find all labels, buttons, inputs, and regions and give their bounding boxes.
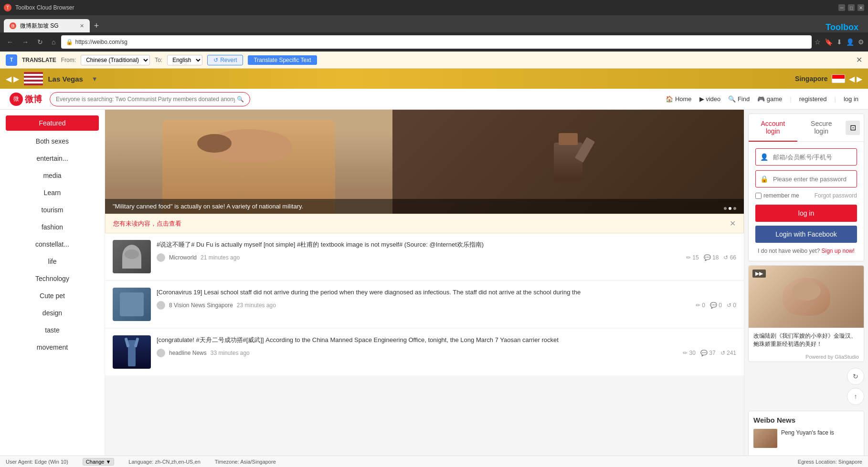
login-button[interactable]: log in [755,205,857,222]
post-comment-2[interactable]: 💬 0 [710,302,722,309]
notification-bar[interactable]: 您有未读内容，点击查看 ✕ [105,214,744,233]
bookmark-icon[interactable]: 🔖 [825,38,833,46]
post-retweet-1[interactable]: ↺ 66 [723,254,736,261]
nav-login[interactable]: log in [844,95,858,103]
author-icon-1 [157,253,165,262]
sidebar-item-life[interactable]: life [0,253,105,270]
nav-game[interactable]: 🎮 game [757,95,782,103]
sidebar-item-tourism[interactable]: tourism [0,201,105,218]
dot-3[interactable] [733,207,736,210]
active-tab[interactable]: 微 微博新加坡 SG ✕ [4,19,90,32]
sidebar-item-both-sexes[interactable]: Both sexes [0,133,105,150]
post-author-3[interactable]: headline News [169,350,207,356]
to-language-select[interactable]: English [167,55,202,65]
tab-bar: 微 微博新加坡 SG ✕ + Toolbox [0,15,868,32]
remember-me-label[interactable]: remember me [755,192,799,199]
download-icon[interactable]: ⬇ [836,38,842,46]
banner-left-arrows[interactable]: ◀ ▶ [6,74,19,83]
refresh-button[interactable]: ↻ [34,36,46,48]
revert-button[interactable]: ↺ Revert [207,55,243,65]
post-author-2[interactable]: 8 Vision News Singapore [169,302,233,309]
forward-button[interactable]: → [19,36,32,48]
video-thumbnail[interactable]: ▶▶ [749,266,864,328]
post-comment-3[interactable]: 💬 37 [700,350,716,356]
window-controls: ─ □ ✕ [838,4,864,11]
sidebar-item-featured[interactable]: Featured [6,115,99,131]
search-icon[interactable]: 🔍 [237,96,244,103]
url-display[interactable]: https://weibo.com/sg [75,39,127,45]
sidebar-item-constellation[interactable]: constellat... [0,236,105,253]
post-edit-1[interactable]: ✏ 15 [686,254,699,261]
username-input-group: 👤 [755,148,857,166]
forgot-password-link[interactable]: Forgot password [815,192,857,199]
scroll-top-button[interactable]: ↑ [847,388,864,405]
weibo-search-input[interactable] [56,96,235,103]
back-button[interactable]: ← [4,36,16,48]
sidebar-item-taste[interactable]: taste [0,322,105,339]
password-input[interactable] [755,170,857,187]
username-input[interactable] [755,148,857,166]
change-user-agent-button[interactable]: Change ▼ [83,458,114,466]
refresh-panel-button[interactable]: ↻ [847,368,864,385]
sidebar-item-technology[interactable]: Technology [0,270,105,287]
hero-caption: "Military canned food" is actually on sa… [105,199,744,214]
profile-icon[interactable]: 👤 [846,38,854,46]
sidebar-item-entertainment[interactable]: entertain... [0,150,105,167]
from-language-select[interactable]: Chinese (Traditional) [81,55,150,65]
nav-find[interactable]: 🔍 Find [728,95,750,103]
post-retweet-2[interactable]: ↺ 0 [727,302,736,309]
nav-home[interactable]: 🏠 Home [666,95,691,103]
nav-register[interactable]: registered [799,95,827,103]
translate-icon: T [6,54,17,66]
minimize-button[interactable]: ─ [838,4,845,11]
post-retweet-3[interactable]: ↺ 241 [720,350,736,356]
password-input-group: 🔒 [755,170,857,187]
translate-label: TRANSLATE [22,57,56,63]
translate-specific-button[interactable]: Translate Specific Text [248,55,317,65]
qr-code-icon[interactable]: ⊡ [846,121,860,135]
post-author-1[interactable]: Microworld [169,254,197,261]
weibo-logo-icon: 微 [10,93,23,106]
tab-account-login[interactable]: Account login [749,114,797,142]
post-comment-1[interactable]: 💬 18 [704,254,719,261]
home-button[interactable]: ⌂ [49,36,58,48]
notification-close-button[interactable]: ✕ [730,219,736,228]
tab-close-button[interactable]: ✕ [80,23,84,29]
sidebar-item-media[interactable]: media [0,167,105,184]
remember-me-checkbox[interactable] [755,193,762,199]
location-dropdown-icon[interactable]: ▼ [92,75,98,83]
dot-1[interactable] [724,207,727,210]
login-box: Account login Secure login ⊡ 👤 � [748,114,864,261]
bookmark-star-icon[interactable]: ☆ [815,38,821,46]
new-tab-button[interactable]: + [90,19,103,32]
hero-food-image [392,110,744,214]
tab-secure-login[interactable]: Secure login [797,114,846,141]
post-item-3: [congratulate! #天舟二号成功搭#[威武]] According … [105,329,744,375]
maximize-button[interactable]: □ [848,4,855,11]
author-icon-3 [157,349,165,357]
translate-close-button[interactable]: ✕ [856,55,862,64]
sidebar-item-design[interactable]: design [0,304,105,322]
dot-2[interactable] [729,207,731,210]
us-flag-icon [24,72,43,85]
post-actions-3: ✏ 30 💬 37 ↺ 241 [683,350,736,356]
extensions-icon[interactable]: ⚙ [858,38,864,46]
close-button[interactable]: ✕ [857,4,864,11]
sidebar-item-fashion[interactable]: fashion [0,218,105,236]
right-panel: Account login Secure login ⊡ 👤 � [744,110,868,456]
news-item-1[interactable]: Peng Yuyan's face is [753,429,859,448]
sidebar-item-learn[interactable]: Learn [0,184,105,201]
sidebar-item-cute-pet[interactable]: Cute pet [0,287,105,304]
nav-video[interactable]: ▶ video [699,95,721,103]
hero-image-container[interactable]: "Military canned food" is actually on sa… [105,110,744,214]
post-edit-2[interactable]: ✏ 0 [696,302,705,309]
sidebar-item-movement[interactable]: movement [0,339,105,356]
toolbox-brand: Toolbox [826,22,864,32]
signup-link[interactable]: Sign up now! [822,248,855,254]
post-item-1: #说这不睡了# Du Fu is actually myself [not si… [105,233,744,280]
post-edit-3[interactable]: ✏ 30 [683,350,696,356]
banner-right-arrows[interactable]: ◀ ▶ [849,74,862,83]
video-play-label: ▶▶ [752,270,766,278]
user-icon: 👤 [760,153,768,161]
facebook-login-button[interactable]: Login with Facebook [755,226,857,243]
